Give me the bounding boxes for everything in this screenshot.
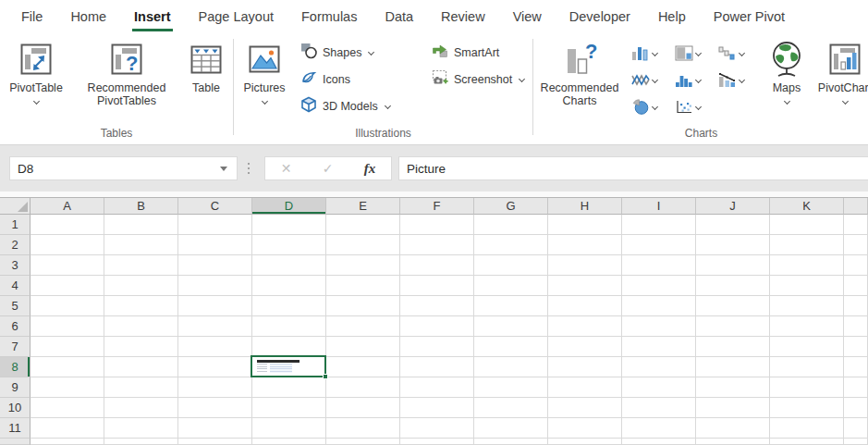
3d-models-button[interactable]: 3D Models	[295, 93, 426, 119]
cell-j4[interactable]	[696, 276, 770, 296]
cell-j6[interactable]	[696, 316, 770, 337]
cell-partial-8[interactable]	[844, 357, 868, 377]
cell-partial-1[interactable]	[844, 215, 868, 235]
cell-c3[interactable]	[178, 255, 252, 276]
cell-f1[interactable]	[400, 215, 474, 235]
formula-input[interactable]: Picture	[398, 156, 868, 180]
cell-d5[interactable]	[252, 296, 326, 316]
cell-j1[interactable]	[696, 215, 770, 235]
tab-review[interactable]: Review	[427, 0, 499, 33]
row-header-2[interactable]: 2	[0, 235, 31, 255]
row-header-1[interactable]: 1	[0, 215, 31, 235]
cell-g11[interactable]	[474, 418, 548, 439]
cell-f8[interactable]	[400, 357, 474, 377]
recommended-pivottables-button[interactable]: ? Recommended PivotTables	[72, 36, 181, 108]
cell-j7[interactable]	[696, 337, 770, 357]
cell-k3[interactable]	[770, 255, 844, 276]
cell-a8[interactable]	[31, 357, 104, 377]
cell-a7[interactable]	[31, 337, 104, 357]
cell-b6[interactable]	[104, 316, 178, 337]
row-header-6[interactable]: 6	[0, 316, 31, 337]
cell-h6[interactable]	[548, 316, 622, 337]
scatter-chart-button[interactable]	[675, 93, 718, 120]
cell-g1[interactable]	[474, 215, 548, 235]
cell-a9[interactable]	[31, 377, 104, 398]
cell-j5[interactable]	[696, 296, 770, 316]
pie-chart-button[interactable]	[631, 93, 675, 120]
cell-i4[interactable]	[622, 276, 696, 296]
cell-j3[interactable]	[696, 255, 770, 276]
cell-f2[interactable]	[400, 235, 474, 255]
cell-partial-12[interactable]	[844, 439, 868, 445]
cell-g6[interactable]	[474, 316, 548, 337]
cell-k9[interactable]	[770, 377, 844, 398]
cell-partial-7[interactable]	[844, 337, 868, 357]
cell-d7[interactable]	[252, 337, 326, 357]
cell-j10[interactable]	[696, 398, 770, 418]
cell-b9[interactable]	[104, 377, 178, 398]
cell-c12[interactable]	[178, 439, 252, 445]
cell-k12[interactable]	[770, 439, 844, 445]
cell-e8[interactable]	[326, 357, 400, 377]
cell-h7[interactable]	[548, 337, 622, 357]
pivotchart-button[interactable]: PivotChart	[812, 36, 868, 105]
column-header-d[interactable]: D	[252, 198, 326, 215]
column-header-j[interactable]: J	[696, 198, 770, 215]
name-box[interactable]: D8	[9, 156, 238, 180]
cell-d9[interactable]	[252, 377, 326, 398]
cell-b1[interactable]	[104, 215, 178, 235]
cell-a12[interactable]	[31, 439, 104, 445]
cell-a3[interactable]	[31, 255, 104, 276]
column-header-k[interactable]: K	[770, 198, 844, 215]
cell-i1[interactable]	[622, 215, 696, 235]
cell-partial-5[interactable]	[844, 296, 868, 316]
cell-k10[interactable]	[770, 398, 844, 418]
formula-bar-handle[interactable]	[244, 163, 253, 175]
cancel-button[interactable]: ✕	[281, 161, 292, 176]
cell-c9[interactable]	[178, 377, 252, 398]
cell-f9[interactable]	[400, 377, 474, 398]
cell-b2[interactable]	[104, 235, 178, 255]
cell-h4[interactable]	[548, 276, 622, 296]
cell-g4[interactable]	[474, 276, 548, 296]
cell-f6[interactable]	[400, 316, 474, 337]
tab-power-pivot[interactable]: Power Pivot	[700, 0, 799, 33]
column-header-f[interactable]: F	[400, 198, 474, 215]
cell-h8[interactable]	[548, 357, 622, 377]
pivottable-button[interactable]: PivotTable	[0, 36, 72, 105]
row-header-9[interactable]: 9	[0, 377, 31, 398]
cell-g7[interactable]	[474, 337, 548, 357]
cell-c5[interactable]	[178, 296, 252, 316]
cell-k7[interactable]	[770, 337, 844, 357]
cell-g5[interactable]	[474, 296, 548, 316]
column-header-c[interactable]: C	[178, 198, 252, 215]
cell-k8[interactable]	[770, 357, 844, 377]
tab-data[interactable]: Data	[371, 0, 427, 33]
cell-c8[interactable]	[178, 357, 252, 377]
cell-g10[interactable]	[474, 398, 548, 418]
cell-a11[interactable]	[31, 418, 104, 439]
cell-b3[interactable]	[104, 255, 178, 276]
tab-home[interactable]: Home	[56, 0, 120, 33]
cell-partial-9[interactable]	[844, 377, 868, 398]
cell-h11[interactable]	[548, 418, 622, 439]
cell-i10[interactable]	[622, 398, 696, 418]
cell-f3[interactable]	[400, 255, 474, 276]
combo-chart-button[interactable]	[718, 67, 762, 93]
cell-k2[interactable]	[770, 235, 844, 255]
smartart-button[interactable]: SmartArt	[426, 39, 532, 66]
cell-g8[interactable]	[474, 357, 548, 377]
cell-b11[interactable]	[104, 418, 178, 439]
row-header-12[interactable]	[0, 439, 31, 445]
cell-picture[interactable]	[256, 359, 308, 374]
cell-a5[interactable]	[31, 296, 104, 316]
hierarchy-chart-button[interactable]	[675, 40, 718, 67]
cell-j11[interactable]	[696, 418, 770, 439]
cell-f10[interactable]	[400, 398, 474, 418]
cell-i7[interactable]	[622, 337, 696, 357]
recommended-charts-button[interactable]: ? Recommended Charts	[533, 36, 626, 108]
cell-a2[interactable]	[31, 235, 104, 255]
cell-partial-2[interactable]	[844, 235, 868, 255]
cell-h12[interactable]	[548, 439, 622, 445]
tab-help[interactable]: Help	[644, 0, 700, 33]
